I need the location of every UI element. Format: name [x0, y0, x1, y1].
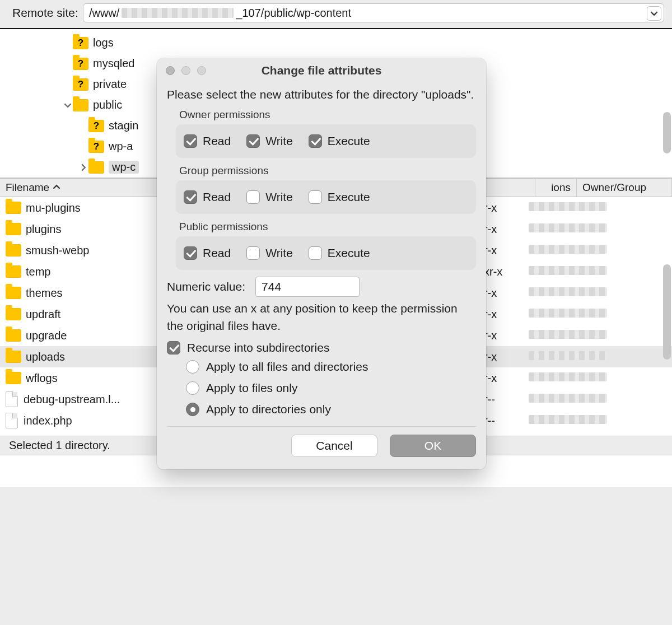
file-owner-group	[529, 308, 607, 320]
numeric-value-input[interactable]: 744	[255, 277, 360, 297]
file-name: updraft	[26, 308, 171, 321]
recurse-checkbox[interactable]	[167, 341, 180, 355]
numeric-value-label: Numeric value:	[167, 280, 245, 293]
column-filename-label: Filename	[6, 181, 49, 194]
column-owner-group[interactable]: Owner/Group	[577, 179, 672, 197]
tree-item-label: logs	[93, 36, 114, 49]
tree-item-label: stagin	[109, 119, 138, 132]
file-name: upgrade	[26, 329, 171, 342]
apply-files-radio[interactable]: Apply to files only	[186, 381, 476, 395]
owner-execute-checkbox[interactable]: Execute	[309, 134, 370, 148]
owner-permissions-group: Owner permissions Read Write Execute	[176, 109, 476, 158]
group-permissions-title: Group permissions	[179, 165, 476, 177]
file-owner-group	[529, 351, 607, 363]
file-permissions: r-x	[484, 329, 521, 342]
tree-disclosure-placeholder	[63, 80, 73, 90]
folder-icon	[6, 372, 21, 384]
file-owner-group	[529, 372, 607, 384]
remote-path-suffix: _107/public/wp-content	[236, 7, 351, 20]
group-read-checkbox[interactable]: Read	[184, 190, 231, 204]
file-icon	[6, 391, 18, 407]
public-write-label: Write	[265, 246, 293, 260]
public-read-label: Read	[203, 246, 231, 260]
cancel-button-label: Cancel	[316, 439, 352, 453]
tree-disclosure-placeholder	[63, 59, 73, 69]
apply-all-label: Apply to all files and directories	[206, 360, 368, 374]
chevron-right-icon[interactable]	[78, 162, 88, 172]
file-owner-group	[529, 414, 607, 427]
folder-icon	[88, 161, 104, 174]
file-permissions: r-x	[484, 244, 521, 257]
group-write-checkbox[interactable]: Write	[246, 190, 293, 204]
status-text: Selected 1 directory.	[9, 439, 110, 452]
tree-disclosure-placeholder	[63, 38, 73, 48]
filelist-scrollbar[interactable]	[663, 264, 671, 360]
public-permissions-group: Public permissions Read Write Execute	[176, 221, 476, 270]
apply-dirs-radio[interactable]: Apply to directories only	[186, 403, 476, 416]
column-filename[interactable]: Filename	[0, 179, 161, 197]
column-owner-group-label: Owner/Group	[582, 181, 646, 194]
group-read-label: Read	[203, 190, 231, 204]
chevron-down-icon	[650, 10, 658, 17]
file-owner-group	[529, 202, 607, 214]
public-permissions-title: Public permissions	[179, 221, 476, 233]
file-name: themes	[26, 287, 171, 300]
dialog-prompt: Please select the new attributes for the…	[167, 86, 476, 103]
group-permissions-group: Group permissions Read Write Execute	[176, 165, 476, 214]
file-name: index.php	[24, 414, 169, 427]
folder-icon	[6, 329, 21, 342]
column-permissions-label: ions	[551, 181, 571, 194]
ok-button[interactable]: OK	[390, 435, 476, 457]
public-write-checkbox[interactable]: Write	[246, 246, 293, 260]
group-execute-checkbox[interactable]: Execute	[309, 190, 370, 204]
folder-icon	[6, 287, 21, 299]
owner-write-label: Write	[265, 134, 293, 148]
cancel-button[interactable]: Cancel	[291, 435, 377, 457]
public-execute-label: Execute	[328, 246, 370, 260]
file-owner-group	[529, 393, 607, 405]
file-permissions: r-x	[484, 372, 521, 385]
remote-site-bar: Remote site: /www/ _107/public/wp-conten…	[0, 0, 672, 29]
app-window: Remote site: /www/ _107/public/wp-conten…	[0, 0, 672, 625]
file-name: smush-webp	[26, 244, 171, 257]
folder-icon	[6, 308, 21, 320]
file-permissions: r-x	[484, 287, 521, 300]
sort-ascending-icon	[53, 183, 60, 193]
folder-icon	[6, 202, 21, 214]
tree-item-logs[interactable]: logs	[0, 32, 672, 53]
dialog-title: Change file attributes	[157, 64, 486, 77]
folder-icon	[6, 223, 21, 235]
file-owner-group	[529, 223, 607, 235]
file-name: uploads	[26, 351, 171, 363]
tree-scrollbar[interactable]	[663, 112, 671, 153]
file-permissions: r-x	[484, 223, 521, 236]
dialog-titlebar[interactable]: Change file attributes	[157, 58, 486, 83]
file-name: temp	[26, 265, 171, 278]
folder-unknown-icon	[88, 120, 104, 132]
public-execute-checkbox[interactable]: Execute	[309, 246, 370, 260]
owner-read-label: Read	[203, 134, 231, 148]
file-owner-group	[529, 329, 607, 342]
folder-icon	[73, 99, 88, 111]
change-attributes-dialog: Change file attributes Please select the…	[157, 58, 486, 469]
apply-all-radio[interactable]: Apply to all files and directories	[186, 360, 476, 374]
owner-execute-label: Execute	[328, 134, 370, 148]
owner-write-checkbox[interactable]: Write	[246, 134, 293, 148]
ok-button-label: OK	[424, 439, 441, 453]
public-read-checkbox[interactable]: Read	[184, 246, 231, 260]
column-permissions[interactable]: ions	[535, 179, 577, 197]
group-write-label: Write	[265, 190, 293, 204]
apply-files-label: Apply to files only	[206, 381, 297, 395]
remote-path-dropdown-button[interactable]	[647, 6, 661, 21]
remote-path-combobox[interactable]: /www/ _107/public/wp-content	[83, 3, 664, 22]
file-owner-group	[529, 244, 607, 256]
group-execute-label: Execute	[328, 190, 370, 204]
file-name: wflogs	[26, 372, 171, 385]
remote-path-prefix: /www/	[89, 7, 119, 20]
chevron-down-icon[interactable]	[63, 100, 73, 110]
folder-icon	[6, 265, 21, 278]
owner-read-checkbox[interactable]: Read	[184, 134, 231, 148]
file-permissions: r--	[484, 393, 521, 406]
file-name: debug-upstream.l...	[24, 393, 169, 406]
folder-unknown-icon	[73, 37, 88, 49]
